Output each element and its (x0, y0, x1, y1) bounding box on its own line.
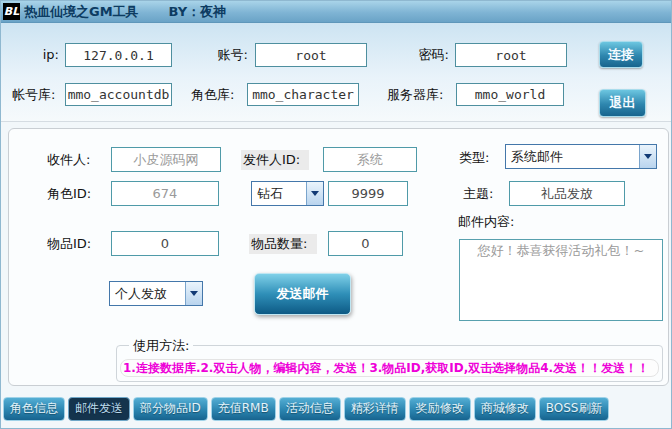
ip-label: ip: (25, 43, 59, 67)
role-id-label: 角色ID: (47, 182, 102, 206)
account-input[interactable] (255, 43, 367, 67)
server-db-label: 服务器库: (387, 83, 453, 107)
role-db-label: 角色库: (191, 83, 243, 107)
tab-boss-refresh[interactable]: BOSS刷新 (539, 397, 610, 421)
connection-area (1, 23, 672, 122)
bottom-tab-bar: 角色信息 邮件发送 部分物品ID 充值RMB 活动信息 精彩详情 奖励修改 商城… (3, 397, 609, 421)
mail-content-label: 邮件内容: (458, 213, 538, 231)
subject-input[interactable] (509, 181, 625, 206)
tab-recharge-rmb[interactable]: 充值RMB (211, 397, 276, 421)
recipient-label: 收件人: (47, 148, 102, 172)
mail-content-textarea[interactable]: 您好！恭喜获得活动礼包！~ (459, 239, 663, 321)
account-db-input[interactable] (65, 83, 172, 106)
exit-button[interactable]: 退出 (599, 89, 646, 117)
mail-type-label: 类型: (459, 146, 499, 170)
send-mode-dropdown[interactable]: 个人发放 (109, 281, 203, 306)
account-label: 账号: (206, 43, 248, 67)
subject-label: 主题: (463, 182, 503, 206)
recipient-input[interactable] (111, 147, 221, 172)
tab-mall-modify[interactable]: 商城修改 (474, 397, 536, 421)
tab-item-ids[interactable]: 部分物品ID (133, 397, 208, 421)
send-mail-button[interactable]: 发送邮件 (254, 273, 351, 315)
gm-tool-window: BL 热血仙境之GM工具 BY：夜神 ip: 账号: 密码: 连接 帐号库: 角… (0, 0, 672, 429)
currency-value: 钻石 (252, 185, 306, 203)
window-byline: BY：夜神 (169, 3, 227, 21)
usage-instructions: 1.连接数据库.2.双击人物，编辑内容，发送！3.物品ID,获取ID,双击选择物… (120, 359, 659, 377)
connect-button[interactable]: 连接 (599, 41, 643, 68)
tab-details[interactable]: 精彩详情 (344, 397, 406, 421)
sender-id-label: 发件人ID: (241, 150, 309, 170)
role-id-input[interactable] (111, 181, 219, 206)
mail-type-value: 系统邮件 (506, 148, 639, 166)
role-db-input[interactable] (247, 83, 359, 106)
title-bar: BL 热血仙境之GM工具 BY：夜神 (1, 1, 672, 23)
mail-type-dropdown[interactable]: 系统邮件 (505, 144, 657, 169)
tab-reward-modify[interactable]: 奖励修改 (409, 397, 471, 421)
item-id-input[interactable] (111, 231, 219, 256)
tab-mail-send[interactable]: 邮件发送 (68, 397, 130, 421)
chevron-down-icon[interactable] (639, 145, 656, 168)
tab-role-info[interactable]: 角色信息 (3, 397, 65, 421)
password-input[interactable] (455, 43, 567, 67)
currency-dropdown[interactable]: 钻石 (251, 181, 324, 206)
account-db-label: 帐号库: (12, 83, 64, 107)
app-icon: BL (3, 3, 20, 20)
ip-input[interactable] (65, 43, 172, 67)
send-mode-value: 个人发放 (110, 285, 185, 303)
password-label: 密码: (407, 43, 449, 67)
currency-amount-input[interactable] (328, 181, 408, 206)
sender-id-input[interactable] (323, 147, 417, 172)
chevron-down-icon[interactable] (306, 182, 323, 205)
item-id-label: 物品ID: (47, 232, 102, 256)
window-title: 热血仙境之GM工具 (24, 3, 139, 21)
usage-group-label: 使用方法: (129, 338, 193, 354)
chevron-down-icon[interactable] (185, 282, 202, 305)
tab-activity-info[interactable]: 活动信息 (279, 397, 341, 421)
item-qty-input[interactable] (328, 231, 403, 256)
separator-line (1, 121, 672, 122)
item-qty-label: 物品数量: (249, 234, 317, 254)
server-db-input[interactable] (456, 83, 564, 106)
